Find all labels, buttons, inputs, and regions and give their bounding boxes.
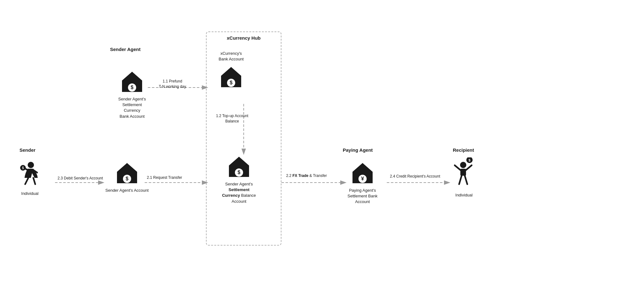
recipient-label: Individual (455, 192, 473, 198)
svg-text:$: $ (131, 85, 134, 90)
xcurrency-bank-account: xCurrency'sBank Account $ (219, 49, 244, 90)
sender-agent-house-icon: $ (119, 69, 145, 94)
xcurrency-balance-account: $ Sender Agent's SettlementCurrency Bala… (219, 154, 259, 204)
sender-person-icon: $ (19, 161, 41, 189)
arrows-svg (0, 0, 644, 306)
svg-point-13 (28, 162, 34, 168)
xcurrency-balance-house-icon: $ (226, 154, 252, 179)
sender-agent-account: $ Sender Agent's Account (105, 161, 149, 193)
arrow-2-4-label: 2.4 Credit Recipient's Account (390, 174, 440, 179)
sender-agent-header: Sender Agent (110, 47, 141, 52)
svg-text:$: $ (22, 166, 24, 170)
arrow-2-1-label: 2.1 Request Transfer (147, 175, 182, 180)
xcurrency-balance-account-label: Sender Agent's SettlementCurrency Balanc… (219, 181, 259, 204)
arrow-2-2-label: 2.2 FX Trade & Transfer (286, 173, 327, 178)
svg-rect-28 (460, 169, 466, 176)
arrow-2-3-label: 2.3 Debit Sender's Account (58, 176, 103, 181)
xcurrency-bank-house-icon: $ (219, 65, 244, 90)
xcurrency-hub-box: xCurrency Hub (206, 31, 281, 246)
paying-agent-house-icon: ¥ (350, 161, 375, 186)
svg-text:¥: ¥ (361, 176, 364, 182)
paying-agent-settlement-label: Paying Agent'sSettlement BankAccount (347, 188, 377, 205)
sender-agent-account-house-icon: $ (114, 161, 140, 186)
sender-label: Individual (21, 191, 39, 196)
sender-agent-settlement-account: $ Sender Agent'sSettlement CurrencyBank … (116, 69, 148, 119)
svg-text:$: $ (230, 80, 233, 85)
svg-text:$: $ (469, 158, 470, 162)
paying-agent-header: Paying Agent (343, 147, 373, 153)
sender-person: $ Individual (19, 161, 41, 196)
recipient-person-icon: $ (452, 157, 476, 190)
diagram-container: xCurrency Hub Sender Agent (0, 0, 644, 306)
arrow-1-2-label: 1.2 Top-up AccountBalance (216, 113, 248, 124)
xcurrency-hub-label: xCurrency Hub (207, 35, 281, 41)
recipient-person: $ Individual (452, 157, 476, 198)
arrow-1-1-label: 1.1 PrefundT-N working day (159, 79, 186, 89)
paying-agent-settlement-account: ¥ Paying Agent'sSettlement BankAccount (347, 161, 377, 205)
svg-text:$: $ (238, 170, 241, 175)
sender-agent-settlement-label: Sender Agent'sSettlement CurrencyBank Ac… (116, 96, 148, 119)
xcurrency-bank-account-label: xCurrency'sBank Account (219, 51, 244, 62)
recipient-header: Recipient (453, 147, 474, 153)
svg-text:$: $ (125, 176, 128, 181)
svg-point-27 (460, 162, 466, 168)
sender-header: Sender (19, 147, 36, 153)
sender-agent-account-label: Sender Agent's Account (105, 188, 149, 193)
